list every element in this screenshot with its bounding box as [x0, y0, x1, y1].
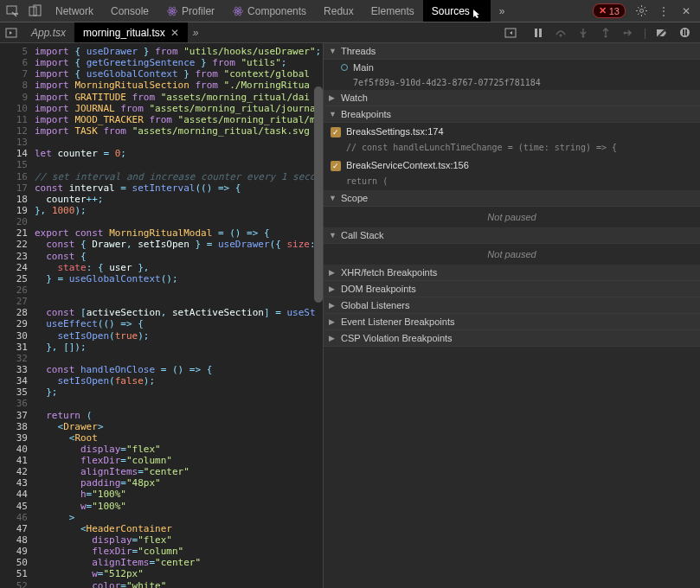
gear-icon[interactable] — [634, 4, 648, 18]
breakpoint-snippet: // const handleLunchTimeChange = (time: … — [324, 141, 700, 157]
line-gutter: 5678910111213141516171819202122232425262… — [0, 43, 35, 588]
step-out-icon[interactable] — [599, 26, 613, 40]
tab-console[interactable]: Console — [102, 0, 157, 22]
deactivate-breakpoints-icon[interactable] — [655, 26, 669, 40]
devtools-tabs: Network Console Profiler Components Redu… — [47, 0, 514, 22]
devtools-top-bar: Network Console Profiler Components Redu… — [0, 0, 700, 22]
svg-point-3 — [171, 10, 173, 11]
svg-point-18 — [604, 35, 607, 37]
sources-sub-bar: App.tsx morning_ritual.tsx ✕ » | — [0, 22, 700, 43]
show-debugger-icon[interactable] — [504, 26, 517, 40]
svg-rect-15 — [539, 29, 542, 37]
step-icon[interactable] — [621, 26, 635, 40]
thread-indicator-icon — [341, 64, 348, 71]
file-tab-app[interactable]: App.tsx — [22, 22, 74, 42]
pause-icon[interactable] — [531, 26, 545, 40]
vertical-scrollbar[interactable] — [314, 86, 323, 303]
breakpoint-item[interactable]: ✓ BreakServiceContext.tsx:156 — [324, 157, 700, 175]
more-icon[interactable]: ⋮ — [657, 4, 671, 18]
scope-section[interactable]: ▼Scope — [324, 190, 700, 207]
step-into-icon[interactable] — [576, 26, 590, 40]
svg-point-11 — [639, 10, 643, 13]
svg-rect-23 — [685, 29, 687, 35]
watch-section[interactable]: ▶Watch — [324, 90, 700, 106]
error-badge[interactable]: ✕13 — [593, 3, 626, 18]
tab-sources[interactable]: Sources — [423, 0, 491, 22]
code-editor[interactable]: 5678910111213141516171819202122232425262… — [0, 43, 323, 588]
react-icon — [232, 5, 244, 17]
xhr-breakpoints-section[interactable]: ▶XHR/fetch Breakpoints — [324, 265, 700, 281]
callstack-not-paused: Not paused — [324, 244, 700, 265]
svg-point-21 — [680, 28, 690, 37]
show-navigator-icon[interactable] — [0, 27, 22, 39]
debugger-panel: ▼Threads Main 7ef5f89a-910d-4d23-8767-07… — [323, 43, 700, 588]
breakpoint-snippet: return ( — [324, 175, 700, 190]
scope-not-paused: Not paused — [324, 207, 700, 227]
breakpoint-checkbox[interactable]: ✓ — [331, 127, 341, 137]
react-icon — [166, 5, 178, 17]
svg-point-17 — [581, 35, 584, 37]
breakpoint-item[interactable]: ✓ BreaksSettings.tsx:174 — [324, 123, 700, 141]
event-breakpoints-section[interactable]: ▶Event Listener Breakpoints — [324, 314, 700, 330]
tabs-overflow[interactable]: » — [491, 0, 514, 22]
svg-point-7 — [237, 10, 239, 11]
threads-section[interactable]: ▼Threads — [324, 43, 700, 60]
svg-rect-22 — [683, 29, 684, 35]
svg-point-19 — [623, 31, 626, 34]
tab-elements[interactable]: Elements — [363, 0, 423, 22]
thread-id[interactable]: 7ef5f89a-910d-4d23-8767-07725f781184 — [324, 75, 700, 90]
callstack-section[interactable]: ▼Call Stack — [324, 227, 700, 244]
global-listeners-section[interactable]: ▶Global Listeners — [324, 297, 700, 314]
tab-profiler[interactable]: Profiler — [157, 0, 223, 22]
tab-redux[interactable]: Redux — [315, 0, 363, 22]
csp-breakpoints-section[interactable]: ▶CSP Violation Breakpoints — [324, 330, 700, 347]
close-icon[interactable]: ✕ — [679, 4, 693, 18]
thread-main[interactable]: Main — [324, 60, 700, 75]
tab-components[interactable]: Components — [223, 0, 315, 22]
svg-rect-1 — [29, 7, 36, 16]
inspect-icon[interactable] — [5, 4, 19, 18]
svg-rect-14 — [535, 29, 537, 37]
file-tab-morning-ritual[interactable]: morning_ritual.tsx ✕ — [74, 22, 188, 42]
pause-exceptions-icon[interactable] — [678, 26, 691, 40]
tab-network[interactable]: Network — [47, 0, 102, 22]
dom-breakpoints-section[interactable]: ▶DOM Breakpoints — [324, 281, 700, 297]
svg-point-16 — [559, 34, 562, 36]
breakpoints-section[interactable]: ▼Breakpoints — [324, 106, 700, 123]
svg-rect-0 — [7, 6, 16, 14]
device-icon[interactable] — [28, 4, 42, 18]
file-tabs-overflow[interactable]: » — [188, 22, 204, 42]
debugger-controls: | — [523, 26, 700, 40]
cursor-icon — [472, 9, 482, 19]
close-icon[interactable]: ✕ — [170, 27, 179, 39]
breakpoint-checkbox[interactable]: ✓ — [331, 161, 341, 171]
step-over-icon[interactable] — [554, 26, 568, 40]
code-content[interactable]: import { useDrawer } from "utils/hooks/u… — [35, 43, 323, 588]
